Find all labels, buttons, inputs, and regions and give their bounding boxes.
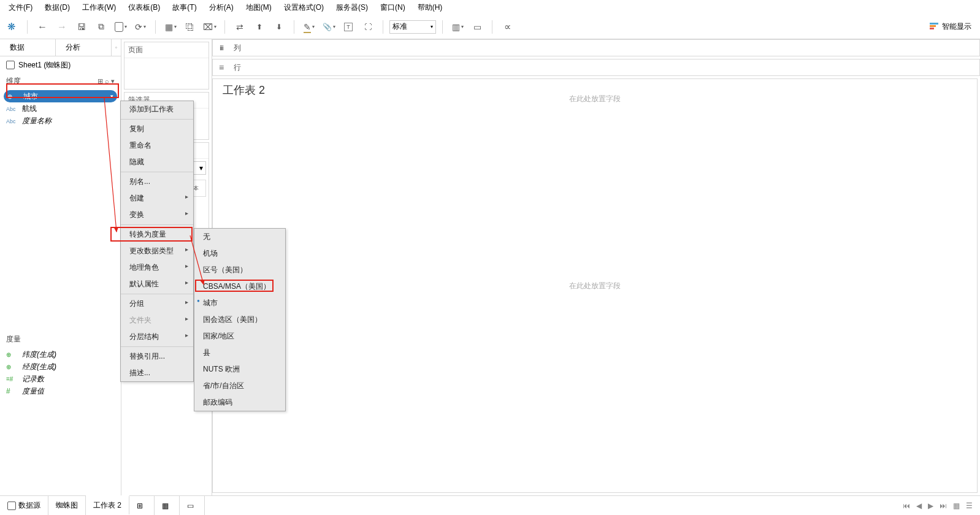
- datasource-name: Sheet1 (蜘蛛图): [18, 60, 71, 71]
- rows-shelf[interactable]: 行: [212, 59, 980, 76]
- submenu-item[interactable]: 无: [194, 229, 285, 245]
- nav-last[interactable]: ⏭: [940, 502, 947, 510]
- sort-asc-button[interactable]: [251, 18, 268, 36]
- label-button[interactable]: T: [340, 18, 357, 36]
- back-button[interactable]: [34, 18, 51, 36]
- fit-select[interactable]: 标准 ▾: [389, 20, 436, 34]
- context-menu-item[interactable]: 更改数据类型: [121, 243, 193, 259]
- tab-data[interactable]: 数据: [0, 39, 55, 56]
- submenu-item[interactable]: 国家/地区: [194, 328, 285, 345]
- submenu-item[interactable]: 邮政编码: [194, 394, 285, 411]
- forward-button[interactable]: [53, 18, 71, 36]
- pin-button[interactable]: ▾: [320, 18, 337, 36]
- menu-item[interactable]: 数据(D): [39, 0, 76, 15]
- datasource-row[interactable]: Sheet1 (蜘蛛图): [0, 56, 121, 74]
- menu-item[interactable]: 服务器(S): [330, 0, 374, 15]
- worksheet-canvas[interactable]: 工作表 2 在此处放置字段 在此处放置字段: [212, 78, 978, 493]
- context-menu-item[interactable]: 别名...: [121, 174, 193, 190]
- menu-item[interactable]: 设置格式(O): [278, 0, 330, 15]
- present-button[interactable]: [469, 18, 486, 36]
- abc-icon: [6, 118, 18, 124]
- show-me-label: 智能显示: [942, 21, 971, 32]
- measure-field[interactable]: 经度(生成): [0, 360, 121, 373]
- submenu-item[interactable]: 省/市/自治区: [194, 378, 285, 394]
- sheet-tab[interactable]: 工作表 2: [86, 495, 129, 514]
- measure-field[interactable]: 记录数: [0, 373, 121, 385]
- new-worksheet-button[interactable]: ▾: [162, 18, 179, 36]
- menu-item[interactable]: 文件(F): [2, 0, 39, 15]
- tab-nav-controls: ⏮ ◀ ▶ ⏭ ▦ ☰: [903, 502, 980, 510]
- context-menu-item[interactable]: 变换: [121, 207, 193, 223]
- fit-button[interactable]: [359, 18, 377, 36]
- nav-grid[interactable]: ▦: [953, 502, 960, 510]
- submenu-item[interactable]: CBSA/MSA（美国）: [194, 278, 285, 295]
- sort-desc-button[interactable]: [270, 18, 288, 36]
- save-button[interactable]: [73, 18, 90, 36]
- dimensions-tools[interactable]: ⊞ ⌕ ▾: [98, 77, 115, 85]
- submenu-item[interactable]: 城市: [194, 295, 285, 311]
- context-menu-item[interactable]: 复制: [121, 121, 193, 137]
- context-menu-item[interactable]: 隐藏: [121, 154, 193, 170]
- menu-item[interactable]: 仪表板(B): [122, 0, 166, 15]
- nav-list[interactable]: ☰: [966, 502, 973, 510]
- context-menu-item[interactable]: 替换引用...: [121, 348, 193, 365]
- bottom-tab-datasource[interactable]: 数据源: [0, 496, 48, 515]
- columns-shelf[interactable]: 列: [212, 39, 980, 56]
- share-button[interactable]: [499, 18, 516, 36]
- menu-item[interactable]: 帮助(H): [412, 0, 449, 15]
- globe-icon: [6, 351, 18, 358]
- menu-item[interactable]: 故事(T): [166, 0, 202, 15]
- menu-item[interactable]: 分析(A): [203, 0, 240, 15]
- context-menu-item[interactable]: 添加到工作表: [121, 101, 193, 118]
- abc-icon: [6, 105, 18, 112]
- refresh-button[interactable]: ▾: [132, 18, 149, 36]
- swap-button[interactable]: [231, 18, 248, 36]
- sheet-tab[interactable]: 蜘蛛图: [48, 496, 86, 515]
- context-menu-item[interactable]: 转换为度量: [121, 226, 193, 243]
- logo-icon[interactable]: [4, 18, 21, 36]
- measure-field[interactable]: 度量值: [0, 385, 121, 397]
- menu-item[interactable]: 工作表(W): [76, 0, 122, 15]
- show-me-button[interactable]: 智能显示: [925, 21, 976, 32]
- context-menu-item[interactable]: 重命名: [121, 137, 193, 154]
- cards-button[interactable]: ▾: [449, 18, 466, 36]
- tab-analysis[interactable]: 分析: [55, 39, 111, 56]
- geo-role-submenu: 无机场区号（美国）CBSA/MSA（美国）城市国会选区（美国）国家/地区县NUT…: [194, 228, 286, 411]
- context-menu-item[interactable]: 默认属性: [121, 276, 193, 292]
- submenu-item[interactable]: 机场: [194, 245, 285, 262]
- pause-autoupdate-button[interactable]: ▾: [112, 18, 129, 36]
- highlight-button[interactable]: ▾: [301, 18, 318, 36]
- new-datasource-button[interactable]: [93, 18, 110, 36]
- nav-prev[interactable]: ◀: [916, 502, 922, 510]
- nav-first[interactable]: ⏮: [903, 502, 910, 510]
- measure-field[interactable]: 纬度(生成): [0, 348, 121, 360]
- nav-next[interactable]: ▶: [928, 502, 933, 510]
- submenu-item[interactable]: NUTS 欧洲: [194, 361, 285, 378]
- context-menu-item[interactable]: 描述...: [121, 365, 193, 381]
- new-story-tab[interactable]: [180, 496, 205, 515]
- submenu-item[interactable]: 国会选区（美国）: [194, 311, 285, 328]
- dimension-field[interactable]: 航线: [0, 102, 121, 115]
- hash-icon: [6, 387, 18, 395]
- submenu-item[interactable]: 区号（美国）: [194, 262, 285, 278]
- new-dashboard-tab[interactable]: [155, 496, 180, 515]
- menu-item[interactable]: 地图(M): [240, 0, 278, 15]
- context-menu: 添加到工作表复制重命名隐藏别名...创建变换转换为度量更改数据类型地理角色默认属…: [120, 101, 194, 382]
- new-worksheet-tab[interactable]: [129, 496, 155, 515]
- dimension-field[interactable]: 城市: [4, 90, 117, 102]
- submenu-item[interactable]: 县: [194, 345, 285, 361]
- context-menu-item[interactable]: 分组: [121, 296, 193, 312]
- side-tabs-dropdown[interactable]: ◦: [111, 39, 121, 56]
- context-menu-item[interactable]: 分层结构: [121, 329, 193, 345]
- context-menu-item[interactable]: 地理角色: [121, 259, 193, 276]
- drop-hint-top: 在此处放置字段: [213, 94, 977, 104]
- context-menu-item[interactable]: 创建: [121, 190, 193, 207]
- columns-icon: [213, 44, 230, 52]
- field-label: 城市: [23, 91, 38, 102]
- menu-item[interactable]: 窗口(N): [374, 0, 412, 15]
- bottom-bar: 数据源 蜘蛛图工作表 2 ⏮ ◀ ▶ ⏭ ▦ ☰: [0, 495, 980, 515]
- duplicate-button[interactable]: [182, 18, 199, 36]
- field-label: 记录数: [22, 374, 44, 384]
- dimension-field[interactable]: 度量名称: [0, 115, 121, 127]
- clear-button[interactable]: ▾: [201, 18, 218, 36]
